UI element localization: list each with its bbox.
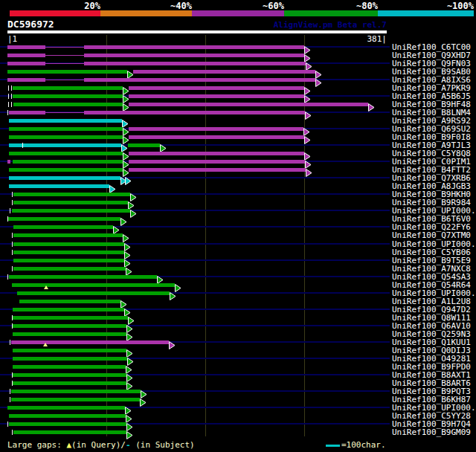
arrow-head-icon (127, 355, 134, 363)
row-label[interactable]: UniRef100_B9GM09 (392, 428, 471, 436)
alignment-bar-segment[interactable] (84, 62, 306, 65)
alignment-bar-segment[interactable] (7, 406, 125, 410)
gap-tick-icon (10, 389, 10, 394)
gap-tick-icon (7, 110, 8, 115)
alignment-bar-segment[interactable] (129, 103, 368, 106)
alignment-bar-segment[interactable] (13, 430, 126, 434)
legend-query-gap-text: (in Query)/ (71, 440, 126, 450)
alignment-bar-segment[interactable] (9, 422, 126, 426)
alignment-gap-line (45, 80, 84, 80)
alignment-bar-segment[interactable] (129, 94, 304, 98)
arrow-head-icon (169, 338, 176, 346)
alignview-page: 20%~40%~60%~80%~100% DC596972 AlignView.… (0, 0, 476, 452)
alignment-bar-segment[interactable] (13, 308, 124, 311)
alignment-bar-segment[interactable] (9, 127, 123, 131)
alignment-bar-segment[interactable] (9, 152, 123, 155)
subject-gap-dash-icon: - (126, 440, 131, 450)
arrow-head-icon (305, 109, 312, 117)
alignment-bar-segment[interactable] (13, 381, 126, 385)
alignment-bar-segment[interactable] (13, 259, 124, 262)
gap-tick-icon (12, 233, 13, 238)
alignment-bar-segment[interactable] (13, 267, 126, 271)
alignment-bar-segment[interactable] (7, 70, 127, 74)
arrow-head-icon (306, 166, 312, 174)
gap-tick-icon (12, 250, 13, 255)
alignment-bar-segment[interactable] (13, 160, 123, 164)
alignment-bar-segment[interactable] (13, 332, 126, 336)
arrow-head-icon (315, 76, 322, 84)
alignment-bar-segment[interactable] (13, 365, 126, 369)
alignment-bar-segment[interactable] (9, 135, 123, 139)
alignment-bar-segment[interactable] (7, 54, 45, 57)
alignment-bar-segment[interactable] (129, 160, 305, 164)
alignment-bar-segment[interactable] (13, 324, 126, 328)
gap-tick-icon (10, 208, 10, 213)
alignment-bar-segment[interactable] (84, 111, 305, 114)
alignment-bar-segment[interactable] (9, 168, 123, 172)
alignment-bar-segment[interactable] (9, 176, 120, 180)
alignment-bar-segment[interactable] (9, 184, 109, 188)
alignment-bar-segment[interactable] (8, 217, 120, 221)
alignment-bar-segment[interactable] (13, 357, 127, 361)
arrow-head-icon (126, 322, 133, 330)
alignment-bar-segment[interactable] (84, 78, 315, 82)
alignment-bar-segment[interactable] (129, 168, 306, 172)
scale-bar-swatch-icon (326, 445, 340, 447)
alignment-bar-segment[interactable] (19, 300, 120, 303)
alignment-bar-segment[interactable] (84, 54, 304, 57)
alignment-bar-segment[interactable] (12, 209, 130, 213)
arrow-head-icon (303, 125, 310, 133)
gap-tick-icon (7, 274, 8, 280)
alignment-bar-segment[interactable] (9, 119, 122, 123)
alignment-row: UniRef100_B9GM09 (0, 428, 476, 437)
alignment-bar-segment[interactable] (7, 78, 45, 82)
alignment-bar-segment[interactable] (11, 340, 169, 344)
arrow-head-icon (126, 363, 132, 371)
alignment-bar-segment[interactable] (13, 193, 130, 196)
alignment-bar-segment[interactable] (84, 45, 304, 49)
alignment-plot: UniRef100_C6TC00UniRef100_Q9XHD7UniRef10… (0, 0, 476, 452)
gap-tick-icon (11, 94, 12, 99)
alignment-bar-segment[interactable] (129, 135, 304, 139)
row-label[interactable]: UniRef100_Q7XTM0 (392, 231, 471, 239)
alignment-bar-segment[interactable] (7, 62, 45, 65)
alignment-bar-segment[interactable] (13, 373, 126, 377)
arrow-head-icon (175, 281, 181, 289)
alignment-bar-segment[interactable] (7, 160, 10, 164)
alignment-bar-segment[interactable] (13, 251, 124, 254)
arrow-head-icon (140, 396, 147, 404)
alignment-bar-segment[interactable] (17, 291, 170, 295)
alignment-bar-segment[interactable] (133, 70, 315, 74)
alignment-bar-segment[interactable] (13, 316, 128, 320)
alignment-gap-line (45, 63, 84, 64)
alignment-bar-segment[interactable] (13, 349, 126, 352)
alignment-bar-segment[interactable] (11, 390, 141, 393)
alignment-bar-segment[interactable] (129, 86, 304, 90)
arrow-head-icon (128, 198, 135, 207)
legend-subject-gap-text: (in Subject) (131, 440, 195, 450)
alignment-bar-segment[interactable] (13, 94, 123, 98)
alignment-bar-segment[interactable] (9, 275, 157, 279)
alignment-bar-segment[interactable] (9, 111, 45, 114)
arrow-head-icon (109, 182, 116, 190)
alignment-bar-segment[interactable] (13, 233, 123, 237)
alignment-bar-segment[interactable] (9, 414, 126, 418)
alignment-bar-segment[interactable] (13, 242, 124, 246)
alignment-bar-segment[interactable] (13, 103, 123, 106)
alignment-bar-segment[interactable] (129, 127, 303, 131)
alignment-bar-segment[interactable] (7, 45, 45, 49)
alignment-bar-segment[interactable] (129, 152, 304, 155)
alignment-bar-segment[interactable] (9, 143, 121, 147)
alignment-bar-segment[interactable] (12, 283, 175, 287)
gap-tick-icon (22, 143, 23, 148)
alignment-bar-segment[interactable] (13, 225, 113, 229)
alignment-bar-segment[interactable] (13, 201, 128, 204)
alignment-gap-line (45, 55, 84, 56)
alignment-bar-segment[interactable] (128, 143, 160, 147)
arrow-head-icon (160, 141, 167, 149)
alignment-bar-segment[interactable] (13, 86, 123, 90)
alignment-bar-segment[interactable] (11, 398, 140, 401)
arrow-head-icon (304, 92, 311, 100)
gap-tick-icon (11, 102, 12, 107)
arrow-head-icon (130, 190, 137, 198)
